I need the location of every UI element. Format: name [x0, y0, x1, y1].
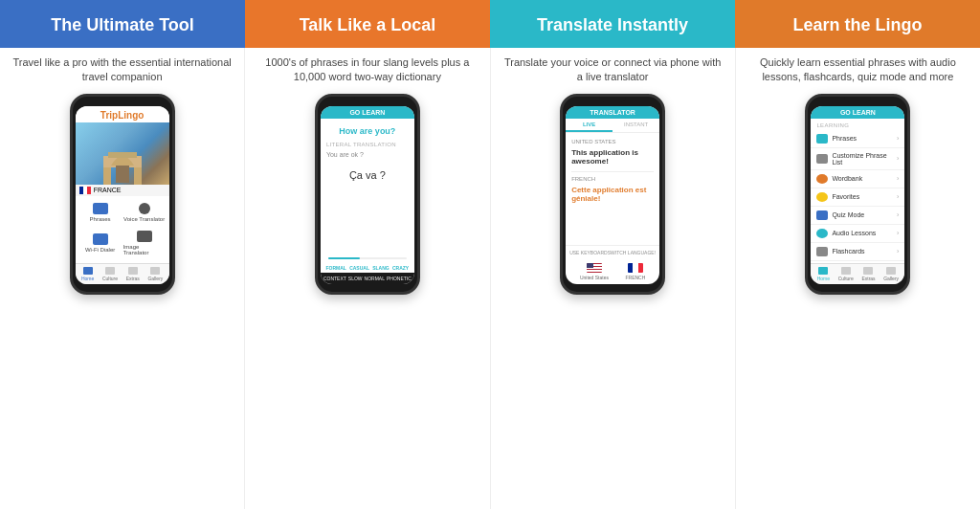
desc-2: 1000's of phrases in four slang levels p…	[255, 55, 479, 86]
favorites-chevron-icon: ›	[897, 193, 899, 200]
list-item-wordbank-left: Wordbank	[816, 174, 862, 184]
p2-literal-label: LITERAL TRANSLATION	[321, 140, 414, 149]
phone-screen-4: GO LEARN LEARNING Phrases › Customize Ph…	[811, 106, 904, 284]
p3-us-label: UNITED STATES	[566, 133, 659, 146]
phone-screen-1: TripLingo FRANCE	[76, 106, 169, 284]
arc-de-triomphe-icon	[99, 137, 146, 185]
list-item-flashcards[interactable]: Flashcards ›	[811, 243, 904, 261]
phone-notch-3	[599, 97, 626, 102]
quiz-list-icon	[816, 210, 828, 220]
home-icon	[83, 267, 93, 275]
p2-header: GO LEARN	[321, 106, 414, 119]
list-item-wordbank[interactable]: Wordbank ›	[811, 170, 904, 188]
svg-rect-0	[103, 166, 111, 185]
phrases-icon	[93, 203, 108, 214]
p3-fr-phrase: Cette application est géniale!	[566, 184, 659, 205]
wordbank-list-label: Wordbank	[832, 175, 862, 182]
p3-flag-fr[interactable]: FRENCH	[626, 263, 646, 280]
p4-nav-home[interactable]: Home	[817, 267, 830, 281]
p1-nav-label-culture: Culture	[102, 276, 118, 281]
list-item-favorites[interactable]: Favorites ›	[811, 188, 904, 207]
desc-4: Quickly learn essential phrases with aud…	[746, 55, 970, 86]
flashcards-list-label: Flashcards	[832, 248, 864, 254]
p1-header: TripLingo	[76, 106, 169, 122]
tab-live[interactable]: LIVE	[566, 119, 612, 132]
audio-list-icon	[816, 229, 828, 238]
feature-card-lingo: Learn the Lingo	[735, 0, 980, 48]
p3-tabs: LIVE INSTANT	[566, 119, 659, 133]
customize-list-icon	[816, 154, 828, 164]
p2-bar-slow[interactable]: SLOW	[348, 276, 363, 281]
phone-mockup-1: TripLingo FRANCE	[70, 94, 175, 295]
customize-list-label: Customize Phrase List	[832, 152, 897, 166]
level-slang[interactable]: SLANG	[372, 265, 390, 271]
phone-mockup-2: GO LEARN How are you? LITERAL TRANSLATIO…	[315, 94, 420, 295]
p1-label-voice: Voice Translator	[123, 216, 165, 222]
wordbank-chevron-icon: ›	[897, 175, 899, 182]
phrases-chevron-icon: ›	[897, 135, 899, 142]
svg-rect-3	[116, 166, 129, 183]
p1-grid-item-wifi: Wi-Fi Dialer	[79, 228, 122, 259]
tab-instant[interactable]: INSTANT	[612, 119, 659, 132]
p1-label-phrases: Phrases	[90, 216, 111, 222]
p3-us-flag-label: United States	[580, 275, 609, 280]
feature-title-translate: Translate Instantly	[537, 15, 688, 36]
p3-us-phrase: This application is awesome!	[566, 146, 659, 171]
level-formal[interactable]: FORMAL	[326, 265, 346, 271]
list-item-phrases[interactable]: Phrases ›	[811, 130, 904, 148]
p1-bottom-nav: Home Culture Extras Gallery	[76, 263, 169, 284]
p2-slider	[328, 257, 407, 259]
p2-phrase: How are you?	[321, 119, 414, 140]
phone-section-3: Translate your voice or connect via phon…	[491, 48, 736, 509]
list-item-audio[interactable]: Audio Lessons ›	[811, 225, 904, 243]
p1-nav-extras[interactable]: Extras	[126, 267, 140, 281]
p3-switch-label: SWITCH LANGUAGE!	[608, 250, 656, 255]
p4-home-icon	[818, 267, 828, 275]
feature-title-local: Talk Like a Local	[300, 15, 436, 36]
p2-bar-context[interactable]: CONTEXT	[323, 276, 346, 281]
list-item-customize-left: Customize Phrase List	[816, 152, 897, 166]
extras-icon	[128, 267, 138, 275]
list-item-favorites-left: Favorites	[816, 192, 859, 202]
p4-nav-label-culture: Culture	[838, 276, 854, 281]
p1-nav-label-extras: Extras	[126, 276, 140, 281]
p4-nav-gallery[interactable]: Gallery	[883, 267, 899, 281]
level-casual[interactable]: CASUAL	[349, 265, 369, 271]
flashcards-chevron-icon: ›	[897, 248, 899, 254]
p1-nav-home[interactable]: Home	[81, 267, 94, 281]
p2-bar-normal[interactable]: NORMAL	[365, 276, 385, 281]
p2-bar-phonetic[interactable]: PHONETIC	[387, 276, 412, 281]
us-flag-icon	[587, 263, 602, 273]
phone-notch-2	[354, 97, 381, 102]
p3-keyboard-label: USE KEYBOARD	[569, 250, 607, 255]
feature-title-lingo: Learn the Lingo	[793, 15, 923, 36]
p3-flags: United States FRENCH	[566, 259, 659, 284]
p4-nav-extras[interactable]: Extras	[861, 267, 875, 281]
p4-gallery-icon	[886, 267, 896, 275]
list-item-audio-left: Audio Lessons	[816, 229, 876, 238]
p3-fr-flag-label: FRENCH	[626, 275, 646, 280]
svg-rect-1	[134, 166, 142, 185]
p4-extras-icon	[863, 267, 873, 275]
p2-bottom-bar: CONTEXT SLOW NORMAL PHONETIC	[321, 273, 414, 284]
p3-flag-us[interactable]: United States	[580, 263, 609, 280]
p1-grid-item-phrases: Phrases	[79, 200, 122, 226]
p1-nav-culture[interactable]: Culture	[102, 267, 118, 281]
list-item-quiz-left: Quiz Mode	[816, 210, 864, 220]
p1-nav-gallery[interactable]: Gallery	[147, 267, 163, 281]
desc-1: Travel like a pro with the essential int…	[10, 55, 234, 86]
phone-section-2: 1000's of phrases in four slang levels p…	[245, 48, 490, 509]
feature-title-ultimate: The Ultimate Tool	[51, 15, 194, 36]
p2-main-phrase: Ça va ?	[321, 160, 414, 254]
p1-nav-label-gallery: Gallery	[147, 276, 163, 281]
list-item-quiz[interactable]: Quiz Mode ›	[811, 207, 904, 225]
phone-screen-3: TRANSLATOR LIVE INSTANT UNITED STATES Th…	[566, 106, 659, 284]
level-crazy[interactable]: CRAZY	[392, 265, 409, 271]
list-item-phrases-left: Phrases	[816, 134, 857, 144]
p4-nav-culture[interactable]: Culture	[838, 267, 854, 281]
p2-slider-fill	[328, 257, 360, 259]
p3-keyboard-row: USE KEYBOARD SWITCH LANGUAGE!	[566, 245, 659, 259]
list-item-customize[interactable]: Customize Phrase List ›	[811, 148, 904, 170]
image-translator-icon	[137, 231, 152, 242]
svg-rect-4	[108, 152, 137, 158]
